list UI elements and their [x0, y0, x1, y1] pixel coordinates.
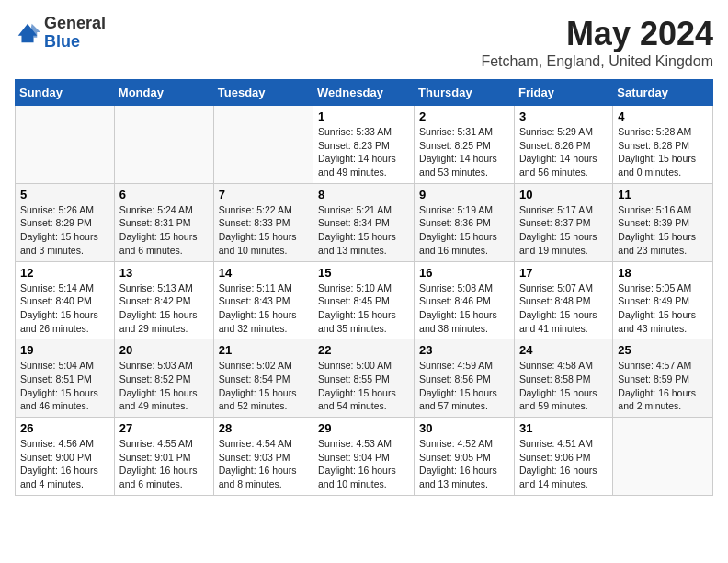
daylight-hours: Daylight: 15 hours and 23 minutes. — [618, 231, 696, 256]
daylight-hours: Daylight: 14 hours and 49 minutes. — [318, 153, 396, 178]
daylight-hours: Daylight: 15 hours and 52 minutes. — [219, 387, 297, 412]
daylight-hours: Daylight: 15 hours and 57 minutes. — [419, 387, 497, 412]
calendar-day-cell: 28Sunrise: 4:54 AMSunset: 9:03 PMDayligh… — [213, 418, 313, 496]
calendar-day-cell — [213, 106, 313, 184]
day-number: 4 — [618, 109, 708, 123]
sunrise-time: Sunrise: 4:58 AM — [519, 360, 593, 371]
calendar-day-cell: 16Sunrise: 5:08 AMSunset: 8:46 PMDayligh… — [415, 261, 515, 339]
sunset-time: Sunset: 8:48 PM — [519, 295, 591, 306]
daylight-hours: Daylight: 16 hours and 6 minutes. — [119, 465, 198, 489]
weekday-header-row: SundayMondayTuesdayWednesdayThursdayFrid… — [16, 80, 713, 106]
sunset-time: Sunset: 8:52 PM — [119, 373, 191, 385]
calendar-day-cell: 30Sunrise: 4:52 AMSunset: 9:05 PMDayligh… — [415, 418, 515, 496]
daylight-hours: Daylight: 15 hours and 13 minutes. — [318, 231, 396, 256]
calendar-week-row: 26Sunrise: 4:56 AMSunset: 9:00 PMDayligh… — [16, 418, 713, 496]
day-info: Sunrise: 5:21 AMSunset: 8:34 PMDaylight:… — [318, 203, 409, 258]
day-number: 24 — [519, 343, 608, 357]
day-number: 23 — [419, 343, 509, 357]
day-info: Sunrise: 5:05 AMSunset: 8:49 PMDaylight:… — [618, 282, 708, 336]
sunset-time: Sunset: 9:05 PM — [419, 452, 491, 463]
sunset-time: Sunset: 8:39 PM — [618, 217, 689, 228]
sunset-time: Sunset: 9:00 PM — [20, 452, 92, 463]
sunset-time: Sunset: 8:58 PM — [519, 373, 591, 385]
day-info: Sunrise: 5:04 AMSunset: 8:51 PMDaylight:… — [20, 359, 109, 413]
day-number: 17 — [519, 266, 608, 280]
calendar-day-cell: 13Sunrise: 5:13 AMSunset: 8:42 PMDayligh… — [114, 261, 213, 339]
calendar-day-cell: 1Sunrise: 5:33 AMSunset: 8:23 PMDaylight… — [313, 106, 415, 184]
calendar-week-row: 5Sunrise: 5:26 AMSunset: 8:29 PMDaylight… — [16, 183, 713, 261]
daylight-hours: Daylight: 16 hours and 2 minutes. — [618, 387, 696, 412]
sunrise-time: Sunrise: 4:53 AM — [318, 438, 392, 449]
day-number: 3 — [519, 109, 608, 123]
daylight-hours: Daylight: 15 hours and 3 minutes. — [20, 231, 98, 256]
day-number: 5 — [20, 188, 109, 201]
daylight-hours: Daylight: 15 hours and 54 minutes. — [318, 387, 396, 412]
daylight-hours: Daylight: 15 hours and 16 minutes. — [419, 231, 497, 256]
sunset-time: Sunset: 8:23 PM — [318, 140, 390, 151]
weekday-header-sunday: Sunday — [16, 80, 115, 106]
sunset-time: Sunset: 8:49 PM — [618, 295, 689, 306]
sunrise-time: Sunrise: 5:17 AM — [519, 204, 593, 215]
day-info: Sunrise: 4:59 AMSunset: 8:56 PMDaylight:… — [419, 359, 509, 413]
daylight-hours: Daylight: 15 hours and 59 minutes. — [519, 387, 597, 412]
calendar-day-cell: 11Sunrise: 5:16 AMSunset: 8:39 PMDayligh… — [613, 183, 713, 261]
day-info: Sunrise: 5:00 AMSunset: 8:55 PMDaylight:… — [318, 359, 409, 413]
day-info: Sunrise: 5:31 AMSunset: 8:25 PMDaylight:… — [419, 125, 509, 179]
day-info: Sunrise: 5:22 AMSunset: 8:33 PMDaylight:… — [219, 203, 308, 258]
calendar-day-cell: 8Sunrise: 5:21 AMSunset: 8:34 PMDaylight… — [313, 183, 415, 261]
daylight-hours: Daylight: 15 hours and 0 minutes. — [618, 153, 696, 178]
day-number: 16 — [419, 266, 509, 280]
calendar-day-cell: 27Sunrise: 4:55 AMSunset: 9:01 PMDayligh… — [114, 418, 213, 496]
day-number: 2 — [419, 109, 509, 123]
day-number: 21 — [219, 343, 308, 357]
day-info: Sunrise: 5:13 AMSunset: 8:42 PMDaylight:… — [119, 282, 209, 336]
sunset-time: Sunset: 8:59 PM — [618, 373, 689, 385]
daylight-hours: Daylight: 15 hours and 38 minutes. — [419, 309, 497, 334]
sunrise-time: Sunrise: 5:13 AM — [119, 282, 193, 293]
calendar-day-cell: 6Sunrise: 5:24 AMSunset: 8:31 PMDaylight… — [114, 183, 213, 261]
sunrise-time: Sunrise: 4:59 AM — [419, 360, 493, 371]
day-info: Sunrise: 4:55 AMSunset: 9:01 PMDaylight:… — [119, 437, 209, 491]
sunset-time: Sunset: 8:28 PM — [618, 140, 689, 151]
logo-general: General — [44, 15, 106, 33]
location-subtitle: Fetcham, England, United Kingdom — [481, 53, 713, 70]
sunset-time: Sunset: 8:31 PM — [119, 217, 191, 228]
sunset-time: Sunset: 9:01 PM — [119, 452, 191, 463]
sunrise-time: Sunrise: 5:28 AM — [618, 126, 691, 137]
sunrise-time: Sunrise: 5:22 AM — [219, 204, 292, 215]
calendar-day-cell: 12Sunrise: 5:14 AMSunset: 8:40 PMDayligh… — [16, 261, 115, 339]
calendar-week-row: 1Sunrise: 5:33 AMSunset: 8:23 PMDaylight… — [16, 106, 713, 184]
day-info: Sunrise: 4:51 AMSunset: 9:06 PMDaylight:… — [519, 437, 608, 491]
daylight-hours: Daylight: 14 hours and 56 minutes. — [519, 153, 597, 178]
calendar-day-cell — [16, 106, 115, 184]
day-number: 13 — [119, 266, 209, 280]
calendar-day-cell: 3Sunrise: 5:29 AMSunset: 8:26 PMDaylight… — [514, 106, 612, 184]
day-info: Sunrise: 5:08 AMSunset: 8:46 PMDaylight:… — [419, 282, 509, 336]
calendar-day-cell: 5Sunrise: 5:26 AMSunset: 8:29 PMDaylight… — [16, 183, 115, 261]
day-info: Sunrise: 5:29 AMSunset: 8:26 PMDaylight:… — [519, 125, 608, 179]
title-area: May 2024 Fetcham, England, United Kingdo… — [481, 15, 713, 70]
sunrise-time: Sunrise: 5:00 AM — [318, 360, 392, 371]
calendar-day-cell: 10Sunrise: 5:17 AMSunset: 8:37 PMDayligh… — [514, 183, 612, 261]
sunset-time: Sunset: 8:40 PM — [20, 295, 92, 306]
daylight-hours: Daylight: 16 hours and 4 minutes. — [20, 465, 98, 489]
calendar-day-cell: 23Sunrise: 4:59 AMSunset: 8:56 PMDayligh… — [415, 339, 515, 418]
sunset-time: Sunset: 8:34 PM — [318, 217, 390, 228]
day-number: 10 — [519, 188, 608, 201]
weekday-header-thursday: Thursday — [415, 80, 515, 106]
sunset-time: Sunset: 8:33 PM — [219, 217, 290, 228]
day-number: 12 — [20, 266, 109, 280]
day-number: 11 — [618, 188, 708, 201]
day-number: 8 — [318, 188, 409, 201]
day-info: Sunrise: 5:02 AMSunset: 8:54 PMDaylight:… — [219, 359, 308, 413]
calendar-day-cell: 24Sunrise: 4:58 AMSunset: 8:58 PMDayligh… — [514, 339, 612, 418]
sunrise-time: Sunrise: 4:56 AM — [20, 438, 94, 449]
day-number: 14 — [219, 266, 308, 280]
sunrise-time: Sunrise: 5:04 AM — [20, 360, 94, 371]
day-number: 26 — [20, 421, 109, 435]
sunrise-time: Sunrise: 4:57 AM — [618, 360, 691, 371]
sunrise-time: Sunrise: 4:55 AM — [119, 438, 193, 449]
weekday-header-wednesday: Wednesday — [313, 80, 415, 106]
page-header: General Blue May 2024 Fetcham, England, … — [15, 15, 713, 70]
day-info: Sunrise: 4:56 AMSunset: 9:00 PMDaylight:… — [20, 437, 109, 491]
